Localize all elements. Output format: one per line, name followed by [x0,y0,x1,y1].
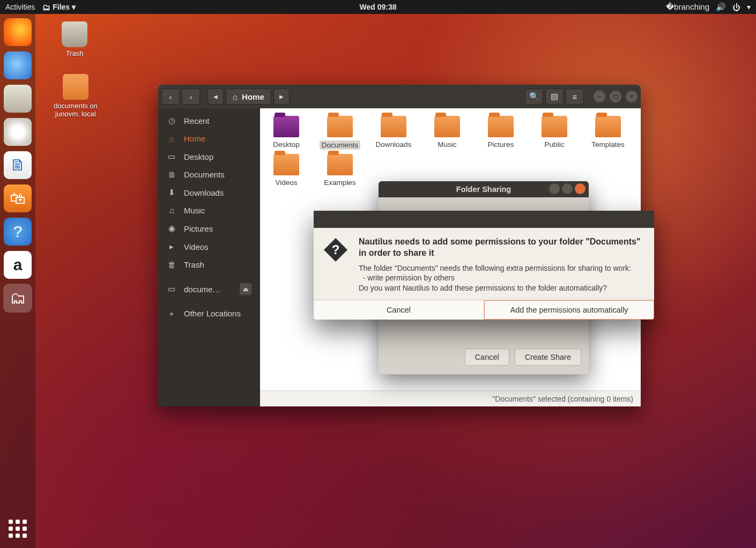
window-maximize-button[interactable]: ◻ [610,91,621,102]
folder-public[interactable]: Public [533,116,575,150]
sidebar-item-music[interactable]: ♫Music [158,202,260,219]
network-icon[interactable]: �branching [666,2,709,12]
sidebar-item-documents[interactable]: 🗎Documents [158,166,260,183]
camera-icon: ◉ [167,224,176,233]
folder-icon [542,116,567,137]
folder-videos[interactable]: Videos [265,154,307,187]
app-menu-files[interactable]: 🗂 Files ▾ [42,3,76,12]
home-icon: ⌂ [233,92,238,101]
dock-firefox[interactable] [4,18,32,46]
nav-forward-button[interactable]: › [182,88,200,105]
view-toggle-button[interactable]: ▤ [545,88,564,105]
dock-files[interactable] [4,85,32,113]
nautilus-headerbar: ‹ › ◂ ⌂ Home ▸ 🔍 ▤ ≡ – ◻ × [158,85,641,108]
folder-documents[interactable]: Documents [319,116,361,150]
clock[interactable]: Wed 09:38 [360,3,397,11]
folder-examples[interactable]: Examples [319,154,361,187]
dock-help[interactable]: ? [4,218,32,246]
folder-icon [273,116,299,137]
volume-icon[interactable]: 🔊 [716,2,726,12]
activities-button[interactable]: Activities [5,3,35,11]
folder-label: Pictures [488,140,514,149]
path-next-button[interactable]: ▸ [273,88,290,105]
chevron-down-icon[interactable]: ▾ [747,3,751,11]
sidebar-item-other-locations[interactable]: +Other Locations [158,305,260,322]
trash-icon: 🗑 [167,260,176,269]
sidebar-item-recent[interactable]: ◷Recent [158,112,260,130]
sidebar-item-home[interactable]: ⌂Home [158,130,260,147]
window-close-button[interactable] [575,183,585,194]
cancel-button[interactable]: Cancel [465,349,509,366]
dialog-body-line: - write permission by others [359,273,643,283]
video-icon: ▸ [167,242,176,251]
dock-software[interactable]: 🛍 [4,184,32,212]
create-share-button[interactable]: Create Share [515,349,581,366]
folder-desktop[interactable]: Desktop [265,116,307,150]
sidebar-item-pictures[interactable]: ◉Pictures [158,219,260,238]
sidebar-label: Other Locations [184,309,241,318]
path-home[interactable]: ⌂ Home [226,88,271,105]
search-button[interactable]: 🔍 [525,88,543,105]
svg-text:?: ? [332,242,340,257]
dock: 🗎 🛍 ? a 🗂 [0,14,35,548]
dock-files-active[interactable]: 🗂 [4,284,32,312]
dialog-headerbar [314,211,654,228]
chevron-down-icon: ▾ [72,3,76,11]
window-minimize-button[interactable]: – [594,91,605,102]
sidebar-item-downloads[interactable]: ⬇Downloads [158,183,260,202]
window-minimize-button[interactable] [549,183,560,194]
folder-downloads[interactable]: Downloads [373,116,414,150]
dock-thunderbird[interactable] [4,51,32,79]
folder-label: Videos [275,179,297,187]
dialog-body-line: The folder "Documents" needs the followi… [359,263,643,273]
folder-label: Downloads [376,140,412,149]
dock-writer[interactable]: 🗎 [4,151,32,179]
folder-icon [327,154,353,175]
folder-icon [273,154,299,175]
dialog-confirm-button[interactable]: Add the permissions automatically [484,300,654,320]
desktop-network-share[interactable]: documents on junovm. local [47,74,104,118]
top-bar: Activities 🗂 Files ▾ Wed 09:38 �branchin… [0,0,756,14]
folder-label: Examples [324,179,355,187]
trash-icon [62,21,87,47]
power-icon[interactable]: ⏻ [732,3,740,12]
window-close-button[interactable]: × [626,91,638,102]
folder-label: Templates [591,140,625,149]
dock-amazon[interactable]: a [4,251,32,279]
music-icon: ♫ [167,206,176,215]
nav-back-button[interactable]: ‹ [161,88,180,105]
folder-templates[interactable]: Templates [587,116,629,150]
sidebar-label: Videos [184,242,209,251]
folder-icon [595,116,621,137]
path-up-button[interactable]: ◂ [207,88,224,105]
sidebar-label: Pictures [184,224,213,233]
folder-label: Music [438,140,456,149]
plus-icon: + [167,309,176,318]
eject-icon[interactable]: ⏏ [240,283,251,295]
app-menu-label: Files [53,3,70,11]
home-icon: ⌂ [167,134,176,143]
folder-icon [327,116,353,137]
folder-pictures[interactable]: Pictures [480,116,522,150]
desktop-trash[interactable]: Trash [50,21,99,57]
folder-label: Desktop [273,140,300,149]
folder-label: Public [545,140,565,149]
dialog-heading: Nautilus needs to add some permissions t… [359,236,643,259]
folder-music[interactable]: Music [426,116,468,150]
desktop-trash-label: Trash [50,49,99,57]
sidebar-item-desktop[interactable]: ▭Desktop [158,147,260,166]
sidebar-item-videos[interactable]: ▸Videos [158,238,260,256]
sidebar-item-mount[interactable]: ▭docume…⏏ [158,279,260,299]
sidebar-label: Music [184,206,205,215]
window-maximize-button[interactable] [562,183,573,194]
folder-share-icon [63,74,88,100]
question-icon: ? [322,236,349,263]
desktop-share-label: documents on junovm. local [47,102,104,118]
sidebar-item-trash[interactable]: 🗑Trash [158,256,260,273]
clock-icon: ◷ [167,116,176,125]
dock-rhythmbox[interactable] [4,118,32,146]
dialog-cancel-button[interactable]: Cancel [314,300,484,320]
hamburger-menu-button[interactable]: ≡ [566,88,584,105]
show-applications-button[interactable] [6,517,29,540]
sidebar-label: Recent [184,116,210,125]
